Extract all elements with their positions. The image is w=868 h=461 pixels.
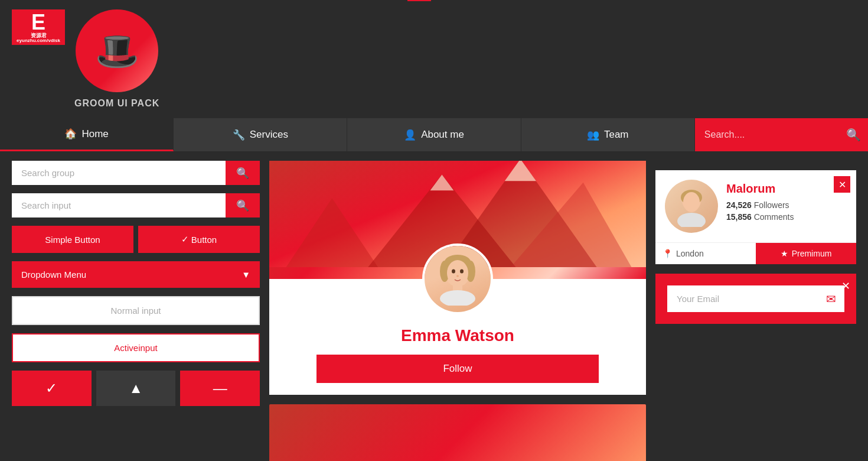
email-card: ✕ ✉	[655, 274, 856, 324]
profile-card: Emma Watson Follow	[269, 161, 646, 395]
face-illustration	[434, 252, 481, 306]
user-card-followers: 24,526 Followers	[726, 200, 847, 210]
profile-avatar-wrapper	[422, 244, 493, 314]
user-card-premium: ★ Premimum	[756, 243, 856, 264]
search-input-field[interactable]	[12, 193, 226, 217]
active-input[interactable]	[12, 333, 260, 362]
left-panel: 🔍 🔍 Simple Button ✓ Button Dropdown Menu…	[12, 161, 260, 406]
normal-input[interactable]	[12, 296, 260, 325]
nav-team[interactable]: 👥 Team	[521, 118, 695, 151]
nav-bar: 🏠 Home 🔧 Services 👤 About me 👥 Team 🔍	[0, 118, 868, 151]
search-input-row: 🔍	[12, 193, 260, 217]
check-button-label: Button	[191, 235, 217, 245]
main-content: 🔍 🔍 Simple Button ✓ Button Dropdown Menu…	[0, 161, 868, 461]
user-card: ✕ Malorum 24,526 Followers	[655, 170, 856, 264]
nav-services-label: Services	[250, 129, 288, 141]
user-card-avatar	[665, 180, 718, 233]
nav-about-label: About me	[421, 129, 464, 141]
profile-face	[425, 246, 491, 312]
premium-label: Premimum	[792, 249, 832, 258]
buttons-row: Simple Button ✓ Button	[12, 226, 260, 253]
user-avatar-illustration	[671, 186, 712, 227]
profile-avatar	[422, 244, 493, 314]
logo-badge: E 资源君 eyunzhu.com/vdisk	[12, 9, 65, 45]
hat-icon: 🎩	[95, 30, 139, 72]
profile-banner	[269, 161, 646, 279]
nav-services[interactable]: 🔧 Services	[174, 118, 347, 151]
simple-button[interactable]: Simple Button	[12, 226, 133, 253]
nav-search-button[interactable]: 🔍	[846, 128, 861, 142]
nav-home-label: Home	[81, 128, 108, 140]
check-button[interactable]: ✓ Button	[138, 226, 260, 253]
team-icon: 👥	[587, 129, 599, 141]
center-panel: Emma Watson Follow	[269, 161, 646, 461]
profile-name: Emma Watson	[401, 326, 514, 345]
follow-button[interactable]: Follow	[316, 355, 599, 383]
icon-up-button[interactable]: ▲	[96, 371, 176, 406]
send-icon: ✉	[826, 293, 836, 306]
pin-icon: 📍	[663, 249, 673, 258]
header: E 资源君 eyunzhu.com/vdisk 🎩 GROOM UI PACK	[0, 0, 868, 118]
email-input[interactable]	[667, 285, 818, 312]
email-card-close-button[interactable]: ✕	[841, 280, 850, 293]
user-card-location: 📍 London	[655, 243, 756, 264]
svg-point-13	[452, 270, 455, 274]
dropdown-label: Dropdown Menu	[21, 270, 86, 280]
user-icon: 👤	[404, 129, 416, 141]
brand-area: 🎩 GROOM UI PACK	[74, 9, 159, 109]
svg-point-21	[677, 213, 706, 227]
brand-avatar: 🎩	[76, 9, 158, 92]
location-text: London	[676, 249, 704, 258]
user-card-comments: 15,856 Comments	[726, 212, 847, 222]
nav-search-input[interactable]	[695, 125, 868, 145]
check-icon: ✓	[45, 380, 57, 397]
user-card-close-button[interactable]: ✕	[834, 176, 850, 193]
dropdown-menu[interactable]: Dropdown Menu ▼	[12, 261, 260, 288]
panel-close-button[interactable]: ✕	[407, 0, 431, 1]
logo-url: eyunzhu.com/vdisk	[17, 38, 60, 43]
svg-point-20	[683, 192, 700, 212]
minus-icon: —	[213, 380, 227, 397]
user-card-body: Malorum 24,526 Followers 15,856 Comments	[655, 170, 856, 242]
icon-check-button[interactable]: ✓	[12, 371, 92, 406]
brand-title: GROOM UI PACK	[74, 98, 159, 109]
search-group-row: 🔍	[12, 161, 260, 185]
user-card-footer: 📍 London ★ Premimum	[655, 242, 856, 264]
svg-point-12	[447, 260, 468, 286]
svg-point-17	[440, 290, 475, 306]
svg-point-14	[460, 270, 464, 274]
icon-minus-button[interactable]: —	[180, 371, 260, 406]
nav-home[interactable]: 🏠 Home	[0, 118, 174, 151]
home-icon: 🏠	[64, 128, 77, 140]
nav-search-container: 🔍	[695, 118, 868, 151]
svg-point-15	[456, 275, 459, 277]
search-group-button[interactable]: 🔍	[226, 161, 260, 185]
nav-about[interactable]: 👤 About me	[347, 118, 521, 151]
email-send-button[interactable]: ✉	[818, 292, 844, 306]
services-icon: 🔧	[233, 129, 245, 141]
nav-team-label: Team	[604, 129, 629, 141]
second-banner	[269, 404, 646, 461]
checkmark-icon: ✓	[181, 234, 189, 245]
user-card-name: Malorum	[726, 182, 847, 196]
right-panel: ✕ ✕ Malorum 24,526 Follow	[655, 161, 856, 324]
logo-letter: E	[31, 12, 45, 33]
search-input-button[interactable]: 🔍	[226, 193, 260, 217]
search-group-input[interactable]	[12, 161, 226, 185]
email-input-row: ✉	[667, 285, 844, 312]
chevron-up-icon: ▲	[129, 380, 143, 397]
chevron-down-icon: ▼	[242, 270, 250, 280]
icon-buttons-row: ✓ ▲ —	[12, 371, 260, 406]
star-icon: ★	[781, 249, 788, 258]
user-card-info: Malorum 24,526 Followers 15,856 Comments	[726, 180, 847, 233]
